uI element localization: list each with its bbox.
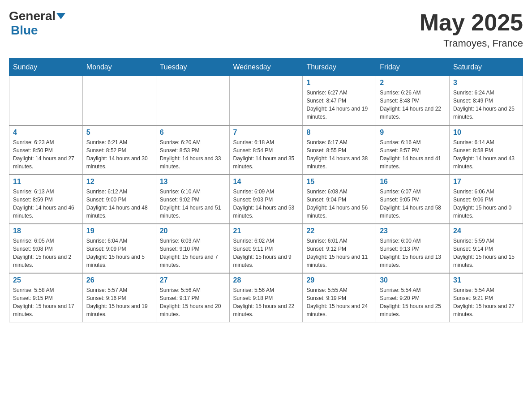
week-row-5: 25Sunrise: 5:58 AMSunset: 9:15 PMDayligh…	[9, 273, 523, 322]
day-number: 20	[160, 227, 226, 235]
calendar-cell: 21Sunrise: 6:02 AMSunset: 9:11 PMDayligh…	[229, 224, 303, 273]
day-info: Sunrise: 6:06 AMSunset: 9:06 PMDaylight:…	[453, 188, 519, 220]
day-info: Sunrise: 5:56 AMSunset: 9:18 PMDaylight:…	[233, 286, 299, 318]
calendar-cell: 10Sunrise: 6:14 AMSunset: 8:58 PMDayligh…	[450, 125, 523, 175]
day-number: 23	[380, 227, 446, 235]
calendar-cell: 13Sunrise: 6:10 AMSunset: 9:02 PMDayligh…	[156, 175, 229, 224]
calendar-cell: 2Sunrise: 6:26 AMSunset: 8:48 PMDaylight…	[376, 76, 450, 125]
col-friday: Friday	[376, 59, 450, 76]
day-number: 18	[13, 227, 79, 235]
col-sunday: Sunday	[9, 59, 83, 76]
title-area: May 2025 Tramoyes, France	[420, 9, 523, 49]
calendar-cell: 3Sunrise: 6:24 AMSunset: 8:49 PMDaylight…	[450, 76, 523, 125]
day-number: 2	[380, 79, 446, 87]
week-row-1: 1Sunrise: 6:27 AMSunset: 8:47 PMDaylight…	[9, 76, 523, 125]
calendar-table: Sunday Monday Tuesday Wednesday Thursday…	[9, 58, 523, 322]
day-number: 21	[233, 227, 299, 235]
calendar-cell	[9, 76, 83, 125]
day-number: 19	[86, 227, 152, 235]
day-number: 8	[306, 128, 372, 137]
calendar-cell: 31Sunrise: 5:54 AMSunset: 9:21 PMDayligh…	[450, 273, 523, 322]
day-info: Sunrise: 6:16 AMSunset: 8:57 PMDaylight:…	[380, 138, 446, 171]
calendar-cell: 4Sunrise: 6:23 AMSunset: 8:50 PMDaylight…	[9, 125, 83, 175]
day-info: Sunrise: 6:27 AMSunset: 8:47 PMDaylight:…	[306, 89, 372, 121]
day-number: 31	[453, 276, 519, 284]
day-info: Sunrise: 5:56 AMSunset: 9:17 PMDaylight:…	[160, 286, 226, 318]
calendar-cell: 1Sunrise: 6:27 AMSunset: 8:47 PMDaylight…	[303, 76, 376, 125]
calendar-cell: 28Sunrise: 5:56 AMSunset: 9:18 PMDayligh…	[229, 273, 303, 322]
day-info: Sunrise: 6:14 AMSunset: 8:58 PMDaylight:…	[453, 138, 519, 171]
calendar-cell: 14Sunrise: 6:09 AMSunset: 9:03 PMDayligh…	[229, 175, 303, 224]
day-info: Sunrise: 6:23 AMSunset: 8:50 PMDaylight:…	[13, 138, 79, 171]
day-info: Sunrise: 6:05 AMSunset: 9:08 PMDaylight:…	[13, 237, 79, 269]
calendar-cell: 12Sunrise: 6:12 AMSunset: 9:00 PMDayligh…	[82, 175, 156, 224]
day-info: Sunrise: 6:10 AMSunset: 9:02 PMDaylight:…	[160, 188, 226, 220]
col-saturday: Saturday	[450, 59, 523, 76]
day-info: Sunrise: 6:03 AMSunset: 9:10 PMDaylight:…	[160, 237, 226, 269]
day-number: 28	[233, 276, 299, 284]
day-info: Sunrise: 5:59 AMSunset: 9:14 PMDaylight:…	[453, 237, 519, 269]
day-info: Sunrise: 5:58 AMSunset: 9:15 PMDaylight:…	[13, 286, 79, 318]
day-number: 25	[13, 276, 79, 284]
calendar-cell: 29Sunrise: 5:55 AMSunset: 9:19 PMDayligh…	[303, 273, 376, 322]
calendar-cell: 7Sunrise: 6:18 AMSunset: 8:54 PMDaylight…	[229, 125, 303, 175]
calendar-cell: 16Sunrise: 6:07 AMSunset: 9:05 PMDayligh…	[376, 175, 450, 224]
col-tuesday: Tuesday	[156, 59, 229, 76]
day-number: 5	[86, 128, 152, 137]
day-number: 15	[306, 178, 372, 186]
day-number: 14	[233, 178, 299, 186]
week-row-4: 18Sunrise: 6:05 AMSunset: 9:08 PMDayligh…	[9, 224, 523, 273]
calendar-cell: 25Sunrise: 5:58 AMSunset: 9:15 PMDayligh…	[9, 273, 83, 322]
day-number: 7	[233, 128, 299, 137]
calendar-cell: 23Sunrise: 6:00 AMSunset: 9:13 PMDayligh…	[376, 224, 450, 273]
week-row-3: 11Sunrise: 6:13 AMSunset: 8:59 PMDayligh…	[9, 175, 523, 224]
logo: General Blue	[9, 9, 65, 38]
day-info: Sunrise: 6:12 AMSunset: 9:00 PMDaylight:…	[86, 188, 152, 220]
logo-general-text: General	[9, 9, 56, 23]
col-wednesday: Wednesday	[229, 59, 303, 76]
day-number: 1	[306, 79, 372, 87]
day-info: Sunrise: 6:08 AMSunset: 9:04 PMDaylight:…	[306, 188, 372, 220]
day-number: 22	[306, 227, 372, 235]
day-info: Sunrise: 6:17 AMSunset: 8:55 PMDaylight:…	[306, 138, 372, 171]
day-info: Sunrise: 5:57 AMSunset: 9:16 PMDaylight:…	[86, 286, 152, 318]
month-title: May 2025	[420, 9, 523, 36]
calendar-cell: 9Sunrise: 6:16 AMSunset: 8:57 PMDaylight…	[376, 125, 450, 175]
day-number: 6	[160, 128, 226, 137]
day-number: 10	[453, 128, 519, 137]
day-info: Sunrise: 6:04 AMSunset: 9:09 PMDaylight:…	[86, 237, 152, 269]
location-title: Tramoyes, France	[420, 38, 523, 49]
calendar-cell	[156, 76, 229, 125]
day-number: 12	[86, 178, 152, 186]
day-info: Sunrise: 6:24 AMSunset: 8:49 PMDaylight:…	[453, 89, 519, 121]
calendar-cell: 11Sunrise: 6:13 AMSunset: 8:59 PMDayligh…	[9, 175, 83, 224]
calendar-cell: 22Sunrise: 6:01 AMSunset: 9:12 PMDayligh…	[303, 224, 376, 273]
day-info: Sunrise: 6:13 AMSunset: 8:59 PMDaylight:…	[13, 188, 79, 220]
calendar-cell: 15Sunrise: 6:08 AMSunset: 9:04 PMDayligh…	[303, 175, 376, 224]
calendar-header-row: Sunday Monday Tuesday Wednesday Thursday…	[9, 59, 523, 76]
logo-triangle-icon	[56, 13, 65, 19]
day-number: 3	[453, 79, 519, 87]
day-number: 24	[453, 227, 519, 235]
week-row-2: 4Sunrise: 6:23 AMSunset: 8:50 PMDaylight…	[9, 125, 523, 175]
calendar-cell: 17Sunrise: 6:06 AMSunset: 9:06 PMDayligh…	[450, 175, 523, 224]
calendar-cell: 26Sunrise: 5:57 AMSunset: 9:16 PMDayligh…	[82, 273, 156, 322]
day-number: 16	[380, 178, 446, 186]
day-number: 29	[306, 276, 372, 284]
page-header: General Blue May 2025 Tramoyes, France	[9, 9, 523, 49]
calendar-cell: 20Sunrise: 6:03 AMSunset: 9:10 PMDayligh…	[156, 224, 229, 273]
day-info: Sunrise: 6:21 AMSunset: 8:52 PMDaylight:…	[86, 138, 152, 171]
day-number: 30	[380, 276, 446, 284]
calendar-cell: 5Sunrise: 6:21 AMSunset: 8:52 PMDaylight…	[82, 125, 156, 175]
day-info: Sunrise: 6:07 AMSunset: 9:05 PMDaylight:…	[380, 188, 446, 220]
day-number: 9	[380, 128, 446, 137]
logo-blue-text: Blue	[11, 23, 38, 37]
calendar-cell	[229, 76, 303, 125]
day-number: 11	[13, 178, 79, 186]
calendar-cell: 30Sunrise: 5:54 AMSunset: 9:20 PMDayligh…	[376, 273, 450, 322]
day-number: 17	[453, 178, 519, 186]
day-number: 27	[160, 276, 226, 284]
day-info: Sunrise: 6:18 AMSunset: 8:54 PMDaylight:…	[233, 138, 299, 171]
calendar-cell: 8Sunrise: 6:17 AMSunset: 8:55 PMDaylight…	[303, 125, 376, 175]
calendar-cell: 27Sunrise: 5:56 AMSunset: 9:17 PMDayligh…	[156, 273, 229, 322]
